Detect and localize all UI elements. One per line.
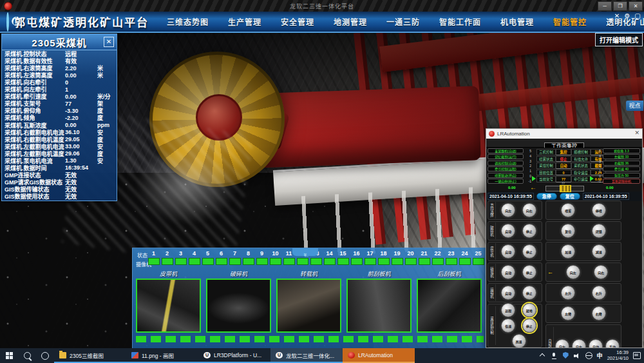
lr-mode-button[interactable]: 支架跟机(自动) — [488, 148, 524, 153]
round-control-button[interactable]: 远程 — [501, 303, 515, 317]
status-cell[interactable]: 1 — [147, 250, 160, 265]
round-control-button[interactable]: 高速 — [512, 334, 526, 348]
status-cell[interactable]: 2 — [160, 250, 174, 265]
taskbar-app-button[interactable]: LRAutomation — [343, 348, 415, 363]
status-cell[interactable]: 6 — [214, 250, 228, 265]
nav-menu-item[interactable]: 地测管理 — [334, 16, 367, 27]
taskbar-app-button[interactable]: 11.png - 画图 — [126, 348, 198, 363]
lr-mode-button[interactable]: 一键启停(停止) — [488, 179, 524, 184]
round-control-button[interactable]: 停喷 — [592, 203, 606, 217]
nav-menu-item[interactable]: 三维态势图 — [167, 16, 209, 27]
search-button[interactable] — [18, 348, 36, 363]
lr-param-button[interactable]: 牵引速 40 — [603, 166, 640, 172]
tray-expand-icon[interactable] — [539, 352, 546, 359]
shearer-position-slider[interactable]: 77 — [545, 186, 584, 191]
open-edit-mode-button[interactable]: 打开编辑模式 — [595, 33, 643, 46]
status-cell[interactable]: 18 — [377, 250, 390, 265]
lr-mode-button[interactable]: 喷雾联动(开启) — [488, 173, 524, 178]
nav-tool-icon[interactable]: ✕ — [613, 12, 621, 19]
status-cell[interactable]: 15 — [336, 250, 350, 265]
lr-param-button[interactable]: 俯仰角 3.3 — [603, 148, 640, 153]
nav-menu-item[interactable]: 智能管控 — [553, 16, 587, 27]
security-shield-icon[interactable] — [562, 352, 569, 359]
taskbar-clock[interactable]: 16:39 2021/4/10 — [607, 350, 629, 361]
network-globe-icon[interactable] — [585, 352, 592, 359]
round-control-button[interactable]: 手动 — [605, 339, 620, 348]
status-cell[interactable]: 19 — [390, 250, 404, 265]
nav-tool-icon[interactable]: ▢ — [634, 12, 641, 19]
shearer-panel-close-icon[interactable]: ✕ — [104, 37, 114, 47]
round-control-button[interactable]: 向左 — [555, 339, 569, 348]
status-cell[interactable]: 20 — [404, 250, 417, 265]
round-control-button[interactable]: 喷雾 — [561, 203, 575, 217]
lr-param-button[interactable]: 瓦斯超限停机 — [603, 179, 640, 184]
viewpoint-tab[interactable]: 视点 — [626, 101, 643, 111]
lr-param-button[interactable]: 左截割 33 — [603, 154, 640, 159]
nav-tool-icon[interactable]: ⚙ — [623, 12, 631, 19]
round-control-button[interactable]: 启动 — [501, 265, 515, 279]
status-cell[interactable]: 17 — [363, 250, 377, 265]
round-control-button[interactable]: 向右 — [522, 203, 536, 217]
round-control-button[interactable]: 启动 — [501, 286, 515, 300]
round-control-button[interactable]: 停止 — [522, 265, 536, 279]
round-control-button[interactable]: 加速 — [561, 244, 575, 259]
round-control-button[interactable]: 就地 — [522, 303, 536, 317]
round-control-button[interactable]: 向右 — [572, 339, 586, 348]
round-control-button[interactable]: 启动 — [501, 224, 515, 238]
camera-feed[interactable] — [417, 279, 482, 333]
round-control-button[interactable]: 向左 — [566, 265, 580, 279]
lr-mode-button[interactable]: 记忆截割(运行) — [488, 154, 524, 159]
round-control-button[interactable]: 左降 — [561, 306, 575, 320]
taskbar-app-button[interactable]: 龙软二三维一体化... — [270, 348, 343, 363]
close-button[interactable]: ✕ — [629, 1, 643, 11]
status-cell[interactable]: 3 — [174, 250, 187, 265]
round-control-button[interactable]: 自动 — [589, 339, 603, 348]
status-cell[interactable]: 14 — [323, 250, 336, 265]
round-control-button[interactable]: 左升 — [561, 286, 575, 300]
nav-menu-item[interactable]: 智能工作面 — [439, 16, 481, 27]
round-control-button[interactable]: 向右 — [594, 265, 608, 279]
round-control-button[interactable]: 停止 — [522, 244, 536, 259]
status-cell[interactable]: 24 — [458, 250, 471, 265]
round-control-button[interactable]: 复位 — [561, 224, 575, 238]
cortana-button[interactable] — [36, 348, 54, 363]
camera-feed[interactable] — [206, 279, 271, 333]
round-control-button[interactable]: 减速 — [592, 244, 606, 259]
round-control-button[interactable]: 停止 — [522, 319, 536, 333]
reset-button[interactable]: 复位 — [560, 193, 580, 200]
nav-menu-item[interactable]: 一通三防 — [386, 16, 420, 27]
status-cell[interactable]: 5 — [201, 250, 214, 265]
round-control-button[interactable]: 向左 — [501, 203, 515, 217]
speaker-icon[interactable] — [574, 352, 581, 359]
status-cell[interactable]: 7 — [228, 250, 242, 265]
round-control-button[interactable]: 停止 — [522, 224, 536, 238]
status-cell[interactable]: 16 — [350, 250, 363, 265]
round-control-button[interactable]: 右升 — [592, 286, 606, 300]
round-control-button[interactable]: 闭锁 — [592, 224, 606, 238]
minimize-button[interactable]: ─ — [598, 1, 612, 11]
lr-mode-button[interactable]: 调高控制(自动) — [488, 161, 524, 166]
round-control-button[interactable]: 启动 — [501, 244, 515, 259]
lr-param-button[interactable]: 泵压力 50 — [603, 173, 640, 178]
lr-close-icon[interactable]: ✕ — [634, 130, 639, 136]
emergency-stop-button[interactable]: 急停 — [536, 193, 557, 200]
camera-feed[interactable] — [136, 279, 201, 333]
taskbar-app-button[interactable]: LR3DPlatform - U... — [198, 348, 270, 363]
notification-center-icon[interactable] — [633, 352, 640, 359]
camera-feed[interactable] — [276, 279, 341, 333]
status-cell[interactable]: 25 — [471, 250, 484, 265]
nav-menu-item[interactable]: 机电管理 — [500, 16, 534, 27]
nav-menu-item[interactable]: 安全管理 — [281, 16, 314, 27]
status-cell[interactable]: 4 — [187, 250, 201, 265]
maximize-button[interactable]: ❐ — [613, 1, 627, 11]
lr-param-button[interactable]: 右截割 36 — [603, 161, 640, 166]
round-control-button[interactable]: 右降 — [592, 306, 606, 320]
status-cell[interactable]: 22 — [431, 250, 444, 265]
round-control-button[interactable]: 低速 — [501, 319, 515, 333]
lr-mode-button[interactable]: 牵引控制(远程) — [488, 166, 524, 172]
microphone-icon[interactable] — [551, 352, 558, 359]
taskbar-app-button[interactable]: 2305三维截图 — [54, 348, 126, 363]
status-cell[interactable]: 10 — [269, 250, 282, 265]
round-control-button[interactable]: 停止 — [522, 286, 536, 300]
nav-menu-item[interactable]: 生产管理 — [228, 16, 261, 27]
